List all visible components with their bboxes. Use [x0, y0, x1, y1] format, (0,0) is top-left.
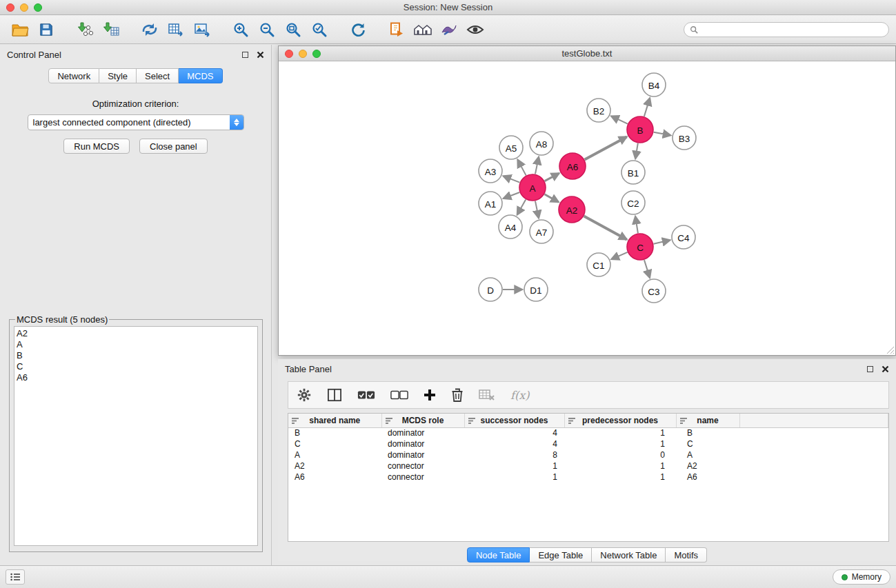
function-builder-icon[interactable]: f(x): [510, 389, 529, 402]
table-tab-edge-table[interactable]: Edge Table: [530, 547, 592, 562]
open-snapshot-icon[interactable]: [384, 18, 410, 41]
import-table-icon[interactable]: [98, 18, 124, 41]
table-tab-network-table[interactable]: Network Table: [592, 547, 666, 562]
graph-edge-B-B4[interactable]: [644, 98, 650, 116]
mcds-result-item[interactable]: A: [17, 339, 257, 350]
table-cell[interactable]: 1: [564, 460, 676, 472]
close-panel-icon[interactable]: [257, 51, 264, 59]
graph-edge-A-A1[interactable]: [504, 192, 520, 199]
graph-edge-A-A8[interactable]: [535, 157, 539, 174]
table-cell[interactable]: A6: [288, 472, 381, 483]
graph-node-A4[interactable]: A4: [499, 215, 522, 239]
save-session-icon[interactable]: [33, 18, 59, 41]
graph-node-C2[interactable]: C2: [621, 191, 645, 214]
table-row[interactable]: Bdominator41B: [288, 427, 888, 438]
zoom-window-button[interactable]: [34, 3, 42, 12]
table-row[interactable]: Adominator80A: [288, 449, 888, 460]
graph-node-A2[interactable]: A2: [559, 196, 585, 223]
table-cell[interactable]: 1: [564, 472, 676, 483]
graph-edge-A-A6[interactable]: [545, 173, 559, 181]
close-window-button[interactable]: [6, 3, 14, 12]
split-column-view-icon[interactable]: [327, 388, 342, 402]
graph-node-C3[interactable]: C3: [642, 279, 666, 303]
zoom-in-icon[interactable]: [228, 18, 254, 41]
memory-button[interactable]: Memory: [833, 569, 890, 585]
graph-edge-B-B1[interactable]: [635, 143, 638, 159]
create-new-column-icon[interactable]: [424, 389, 436, 401]
column-header-name[interactable]: name: [676, 414, 739, 427]
export-network-icon[interactable]: [137, 18, 163, 41]
mcds-result-item[interactable]: A6: [17, 372, 257, 383]
table-cell[interactable]: A2: [676, 460, 739, 472]
tab-select[interactable]: Select: [137, 68, 179, 83]
graph-node-B[interactable]: B: [627, 116, 653, 143]
tab-network[interactable]: Network: [48, 68, 99, 83]
graph-node-A1[interactable]: A1: [479, 192, 502, 215]
column-header-shared-name[interactable]: shared name: [288, 414, 381, 427]
tab-style[interactable]: Style: [99, 68, 137, 83]
table-cell[interactable]: 1: [464, 460, 564, 472]
export-table-icon[interactable]: [163, 18, 189, 41]
graph-node-C[interactable]: C: [627, 234, 653, 260]
table-cell[interactable]: C: [676, 438, 739, 449]
graph-edge-C-C3[interactable]: [644, 260, 650, 278]
delete-table-icon[interactable]: [479, 389, 495, 401]
table-close-panel-icon[interactable]: [882, 365, 889, 373]
graph-edge-B-B2[interactable]: [611, 116, 628, 123]
table-cell[interactable]: 4: [464, 438, 564, 449]
table-cell[interactable]: 0: [564, 449, 676, 460]
table-cell[interactable]: connector: [381, 472, 464, 483]
table-cell[interactable]: 1: [464, 472, 564, 483]
show-graphics-details-icon[interactable]: [462, 18, 488, 41]
table-cell[interactable]: dominator: [381, 438, 464, 449]
graph-node-B2[interactable]: B2: [587, 99, 610, 122]
graph-edge-A-A4[interactable]: [517, 199, 526, 214]
graph-node-A3[interactable]: A3: [479, 159, 502, 183]
graph-edge-A-A3[interactable]: [504, 176, 520, 182]
search-field[interactable]: [684, 22, 889, 37]
table-cell[interactable]: A6: [676, 472, 739, 483]
graph-edge-A6-B[interactable]: [585, 136, 627, 159]
column-header-predecessor-nodes[interactable]: predecessor nodes: [564, 414, 676, 427]
graph-edge-B-B3[interactable]: [654, 132, 671, 136]
open-session-icon[interactable]: [7, 18, 33, 41]
graph-node-A8[interactable]: A8: [530, 132, 553, 155]
table-cell[interactable]: B: [676, 427, 739, 438]
window-resize-grip[interactable]: [886, 346, 895, 354]
graph-node-C1[interactable]: C1: [587, 253, 610, 276]
export-image-icon[interactable]: [189, 18, 215, 41]
column-header-MCDS-role[interactable]: MCDS role: [381, 414, 464, 427]
graph-node-A5[interactable]: A5: [499, 136, 523, 159]
mcds-result-item[interactable]: C: [17, 361, 257, 372]
table-tab-motifs[interactable]: Motifs: [666, 547, 707, 562]
network-close-button[interactable]: [285, 50, 293, 58]
table-cell[interactable]: dominator: [381, 427, 464, 438]
graph-edge-A2-C[interactable]: [584, 216, 627, 240]
table-settings-gear-icon[interactable]: [297, 387, 312, 403]
network-zoom-button[interactable]: [312, 50, 321, 58]
mcds-result-item[interactable]: A2: [17, 328, 257, 339]
table-float-panel-icon[interactable]: [867, 366, 873, 372]
network-canvas[interactable]: B4B2BB3A8A5A6A3B1AC2A1A2A4A7C4CC1DD1C3: [279, 62, 895, 355]
table-cell[interactable]: dominator: [381, 449, 464, 460]
zoom-selected-icon[interactable]: [306, 18, 332, 41]
graph-edge-A-A5[interactable]: [517, 160, 526, 176]
tab-mcds[interactable]: MCDS: [179, 68, 222, 83]
graph-node-D[interactable]: D: [479, 278, 502, 301]
task-history-icon[interactable]: [6, 569, 25, 585]
table-cell[interactable]: 1: [564, 427, 676, 438]
mcds-result-list[interactable]: A2ABCA6: [14, 326, 258, 546]
column-header-successor-nodes[interactable]: successor nodes: [464, 414, 564, 427]
select-all-columns-icon[interactable]: [357, 389, 375, 401]
refresh-view-icon[interactable]: [345, 18, 371, 41]
run-mcds-button[interactable]: Run MCDS: [63, 139, 130, 154]
graph-node-C4[interactable]: C4: [672, 225, 695, 249]
mcds-result-item[interactable]: B: [17, 350, 257, 361]
table-row[interactable]: Cdominator41C: [288, 438, 888, 449]
table-tab-node-table[interactable]: Node Table: [467, 547, 530, 562]
graph-edge-C-C1[interactable]: [611, 252, 627, 259]
table-cell[interactable]: A2: [288, 460, 381, 472]
minimize-window-button[interactable]: [20, 3, 28, 12]
table-row[interactable]: A2connector11A2: [288, 460, 888, 472]
graph-edge-C-C4[interactable]: [654, 240, 670, 243]
